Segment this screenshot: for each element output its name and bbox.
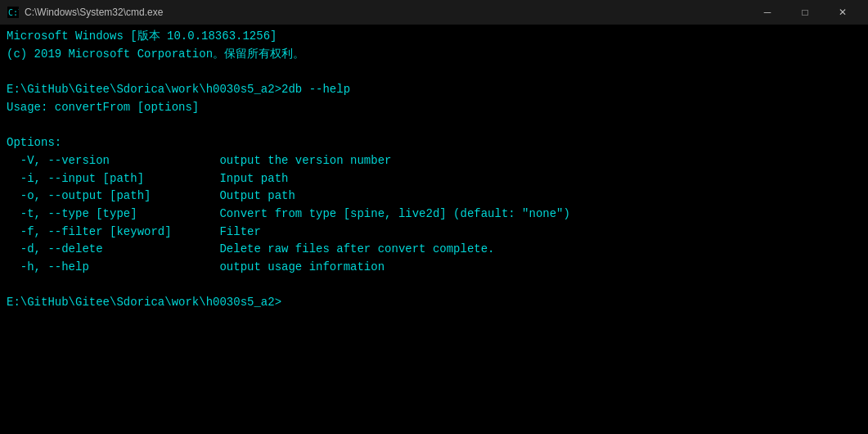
minimize-button[interactable]: ─ — [749, 0, 786, 25]
terminal-line-12: -d, --delete Delete raw files after conv… — [7, 241, 861, 259]
terminal-line-6: Options: — [7, 134, 861, 152]
window-controls: ─ □ ✕ — [749, 0, 861, 25]
terminal-line-2 — [7, 63, 861, 81]
terminal-line-0: Microsoft Windows [版本 10.0.18363.1256] — [7, 28, 861, 46]
title-bar: C:\ C:\Windows\System32\cmd.exe ─ □ ✕ — [0, 0, 868, 25]
terminal-line-4: Usage: convertFrom [options] — [7, 99, 861, 117]
terminal-line-15: E:\GitHub\Gitee\Sdorica\work\h0030s5_a2> — [7, 294, 861, 312]
svg-text:C:\: C:\ — [8, 8, 19, 17]
terminal-line-10: -t, --type [type] Convert from type [spi… — [7, 206, 861, 224]
window-title: C:\Windows\System32\cmd.exe — [25, 7, 749, 18]
cmd-icon: C:\ — [7, 6, 20, 19]
terminal-line-1: (c) 2019 Microsoft Corporation。保留所有权利。 — [7, 46, 861, 64]
terminal-line-13: -h, --help output usage information — [7, 259, 861, 277]
terminal-line-8: -i, --input [path] Input path — [7, 170, 861, 188]
terminal-line-11: -f, --filter [keyword] Filter — [7, 224, 861, 242]
terminal-content[interactable]: Microsoft Windows [版本 10.0.18363.1256](c… — [0, 25, 868, 434]
close-button[interactable]: ✕ — [824, 0, 861, 25]
terminal-line-3: E:\GitHub\Gitee\Sdorica\work\h0030s5_a2>… — [7, 81, 861, 99]
terminal-line-5 — [7, 116, 861, 134]
terminal-line-14 — [7, 277, 861, 295]
cmd-window: C:\ C:\Windows\System32\cmd.exe ─ □ ✕ Mi… — [0, 0, 868, 434]
terminal-line-9: -o, --output [path] Output path — [7, 188, 861, 206]
terminal-line-7: -V, --version output the version number — [7, 152, 861, 170]
maximize-button[interactable]: □ — [786, 0, 824, 25]
